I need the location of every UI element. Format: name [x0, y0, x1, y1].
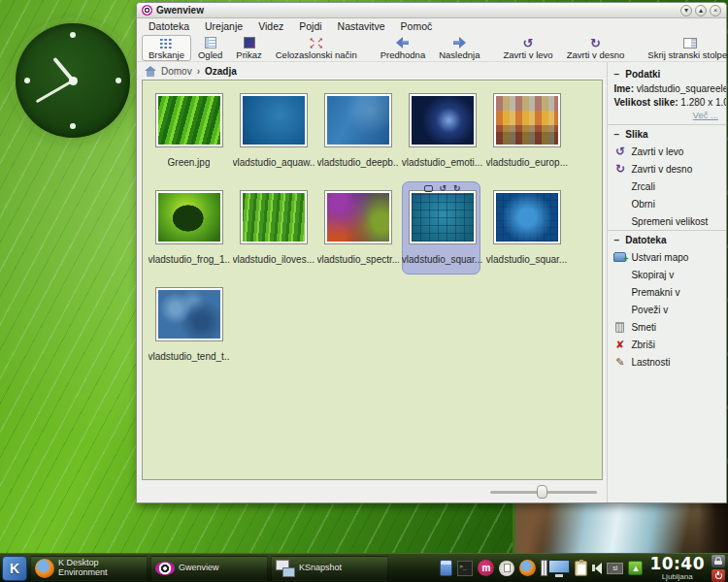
- lock-screen-button[interactable]: [711, 555, 725, 567]
- action-flip[interactable]: Obrni: [608, 195, 726, 212]
- action-label: Premakni v: [631, 287, 679, 298]
- view-button[interactable]: Ogled: [191, 35, 229, 61]
- image-icon: [244, 37, 255, 48]
- display-pager-icon[interactable]: [541, 560, 570, 577]
- thumbnail-item[interactable]: vladstudio_tend_t...: [147, 282, 231, 379]
- firefox-tray-icon[interactable]: [519, 560, 536, 576]
- previous-button[interactable]: Predhodna: [374, 35, 432, 61]
- menu-urejanje[interactable]: Urejanje: [197, 20, 250, 32]
- task-label: K Desktop Environment: [58, 559, 143, 577]
- collapse-icon[interactable]: −: [613, 129, 619, 140]
- thumbnail-label: Green.jpg: [168, 157, 211, 168]
- rotate-left-button[interactable]: ↺ Zavrti v levo: [496, 35, 559, 61]
- clock-city: Ljubljana: [649, 573, 705, 581]
- thumbnail-item[interactable]: vladstudio_deepb...: [315, 88, 400, 185]
- thumbnail-image: [243, 96, 305, 145]
- clipboard-tray-icon[interactable]: [575, 561, 587, 576]
- breadcrumb-current[interactable]: Ozadja: [205, 66, 237, 77]
- next-button[interactable]: Naslednja: [432, 35, 486, 61]
- task-label: Gwenview: [179, 564, 219, 572]
- thumbnail-item[interactable]: vladstudio_aquaw...: [231, 88, 315, 185]
- breadcrumb: Domov › Ozadja: [137, 62, 607, 80]
- gwenview-eye-icon: [155, 562, 175, 575]
- taskbar: K K Desktop Environment Gwenview KSnapsh…: [0, 553, 728, 582]
- menu-nastavitve[interactable]: Nastavitve: [330, 20, 393, 32]
- rotate-right-icon: ↻: [615, 163, 625, 175]
- home-icon[interactable]: [145, 66, 156, 77]
- breadcrumb-home[interactable]: Domov: [161, 66, 192, 77]
- clock-tick-3: [116, 78, 121, 83]
- thumbnail-size-slider[interactable]: [490, 485, 597, 499]
- collapse-icon[interactable]: −: [613, 235, 619, 245]
- action-rotate-right[interactable]: ↻ Zavrti v desno: [608, 160, 726, 178]
- taskbar-task-gwenview[interactable]: Gwenview: [150, 556, 268, 581]
- logout-button[interactable]: [711, 569, 725, 582]
- new-folder-icon: +: [613, 252, 626, 262]
- section-header-datoteka[interactable]: − Datoteka: [608, 231, 726, 248]
- thumbnail-item[interactable]: vladstudio_iloves...: [231, 185, 315, 282]
- fullscreen-icon[interactable]: [423, 185, 432, 192]
- collapse-icon[interactable]: −: [613, 69, 619, 80]
- thumbnail-item[interactable]: vladstudio_spectr...: [315, 185, 400, 282]
- fullscreen-button[interactable]: ↖↗↙↘ Celozaslonski način: [269, 35, 364, 61]
- hide-sidebar-button[interactable]: Skrij stranski stolpec: [641, 35, 728, 61]
- action-rotate-left[interactable]: ↺ Zavrti v levo: [608, 143, 726, 160]
- thumbnail-item[interactable]: vladstudio_emoti...: [400, 88, 484, 185]
- action-delete[interactable]: ✘ Zbriši: [608, 336, 726, 353]
- thumbnail-item[interactable]: vladstudio_frog_1...: [147, 185, 231, 282]
- ksnapshot-icon: [276, 560, 295, 577]
- amarok-tray-icon[interactable]: m: [478, 560, 494, 576]
- thumbnail-hover-buttons: ↺ ↻: [417, 182, 466, 195]
- updates-tray-icon[interactable]: ▲: [628, 561, 643, 575]
- notes-tray-icon[interactable]: [440, 560, 452, 576]
- action-trash[interactable]: Smeti: [608, 318, 726, 336]
- action-properties[interactable]: ✎ Lastnosti: [608, 353, 726, 371]
- volume-tray-icon[interactable]: [592, 563, 602, 574]
- rotate-right-icon[interactable]: ↻: [453, 184, 461, 193]
- rotate-right-button[interactable]: ↻ Zavrti v desno: [560, 35, 632, 61]
- document-tray-icon[interactable]: [499, 561, 514, 576]
- action-mirror[interactable]: Zrcali: [608, 178, 726, 195]
- section-title: Datoteka: [625, 235, 666, 245]
- show-button[interactable]: Prikaz: [229, 35, 268, 61]
- action-new-folder[interactable]: + Ustvari mapo: [608, 248, 726, 266]
- thumbnail-item[interactable]: Green.jpg: [147, 88, 231, 185]
- taskbar-task-ksnapshot[interactable]: KSnapshot: [271, 556, 388, 581]
- keyboard-layout-indicator[interactable]: si: [607, 563, 623, 574]
- thumbnail-item[interactable]: vladstudio_europ...: [484, 88, 569, 185]
- kmenu-button[interactable]: K: [2, 556, 27, 581]
- more-link[interactable]: Več ...: [608, 110, 726, 124]
- thumbnail-item-selected[interactable]: ↺ ↻ vladstudio_squar...: [400, 185, 484, 282]
- rotate-left-icon: ↺: [615, 146, 625, 157]
- menubar: Datoteka Urejanje Videz Pojdi Nastavitve…: [137, 18, 726, 34]
- slider-handle[interactable]: [537, 485, 547, 499]
- link-icon: [612, 303, 627, 316]
- action-copy-to[interactable]: Skopiraj v: [608, 266, 726, 283]
- window-titlebar[interactable]: Gwenview ▾ ▴ ×: [137, 3, 726, 18]
- action-resize[interactable]: Spremeni velikost: [608, 212, 726, 230]
- rotate-left-icon[interactable]: ↺: [439, 184, 447, 193]
- menu-videz[interactable]: Videz: [250, 20, 291, 32]
- close-button[interactable]: ×: [710, 5, 721, 16]
- action-label: Ustvari mapo: [631, 252, 688, 263]
- action-link-to[interactable]: Poveži v: [608, 301, 726, 318]
- terminal-tray-icon[interactable]: >_: [457, 561, 473, 576]
- thumbnail-item[interactable]: vladstudio_squar...: [484, 185, 569, 282]
- taskbar-task-firefox[interactable]: K Desktop Environment: [30, 556, 148, 581]
- taskbar-clock[interactable]: 10:40 Ljubljana: [649, 556, 705, 581]
- section-header-slika[interactable]: − Slika: [608, 125, 726, 143]
- thumbnail-image: [327, 96, 389, 145]
- menu-datoteka[interactable]: Datoteka: [141, 20, 197, 32]
- action-label: Smeti: [631, 322, 656, 333]
- session-buttons: [711, 555, 725, 582]
- menu-pojdi[interactable]: Pojdi: [291, 20, 329, 32]
- action-move-to[interactable]: Premakni v: [608, 283, 726, 301]
- view-document-icon: [205, 37, 216, 48]
- menu-pomoc[interactable]: Pomoč: [393, 20, 441, 32]
- thumbnail-view: Green.jpg vladstudio_aquaw... vladstudio…: [142, 80, 603, 480]
- section-header-podatki[interactable]: − Podatki: [608, 65, 726, 82]
- browse-button[interactable]: Brskanje: [142, 35, 191, 61]
- maximize-button[interactable]: ▴: [695, 5, 707, 16]
- minimize-button[interactable]: ▾: [680, 5, 692, 16]
- firefox-icon: [35, 559, 54, 578]
